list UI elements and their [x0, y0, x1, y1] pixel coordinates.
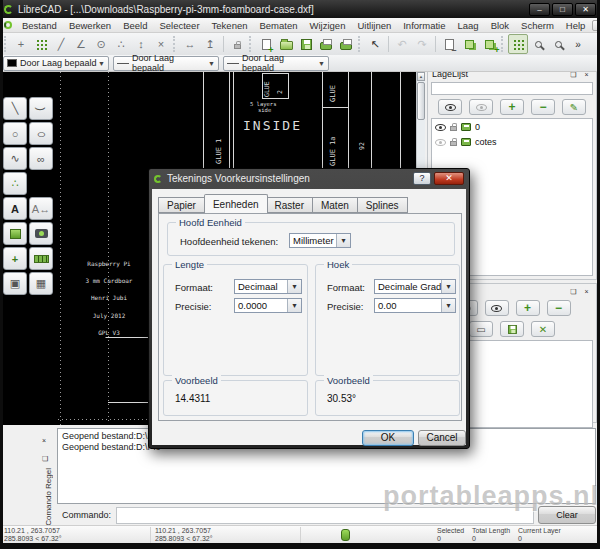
layer-lock-icon[interactable]	[450, 141, 457, 146]
minimize-button[interactable]: –	[529, 3, 550, 16]
move-tool-icon[interactable]: +	[3, 247, 27, 270]
menu-blok[interactable]: Blok	[485, 20, 515, 31]
snap-intersection-icon[interactable]: ×	[151, 34, 171, 54]
points-tool-icon[interactable]: ∴	[3, 172, 27, 195]
line-tool-icon[interactable]: ╲	[3, 97, 27, 120]
close-document-icon[interactable]	[439, 34, 459, 54]
hatch-tool-icon[interactable]	[3, 222, 27, 245]
snap-middle-icon[interactable]: ∴	[111, 34, 131, 54]
scroll-up-icon[interactable]: ▲	[417, 72, 425, 81]
layer-print-icon[interactable]	[461, 138, 471, 146]
menu-help[interactable]: Help	[560, 20, 592, 31]
snap-grid-icon[interactable]	[31, 34, 51, 54]
show-all-layers-icon[interactable]	[438, 99, 462, 115]
rename-block-icon[interactable]: ▭	[469, 321, 493, 337]
menu-scherm[interactable]: Scherm	[515, 20, 560, 31]
menu-uitlijnen[interactable]: Uitlijnen	[351, 20, 397, 31]
toggle-block-visibility-icon[interactable]	[485, 300, 509, 316]
close-dock-icon[interactable]: ×	[42, 437, 46, 444]
redo-icon[interactable]: ↷	[412, 34, 432, 54]
snap-center-icon[interactable]: ⊙	[91, 34, 111, 54]
float-dock-icon[interactable]: ❏	[42, 455, 48, 462]
layer-row[interactable]: 0	[432, 119, 592, 134]
layer-print-icon[interactable]	[461, 123, 471, 131]
float-panel-icon[interactable]: ❏	[568, 286, 579, 296]
new-file-icon[interactable]	[256, 34, 276, 54]
image-tool-icon[interactable]	[29, 222, 53, 245]
circle-tool-icon[interactable]: ○	[3, 122, 27, 145]
undo-icon[interactable]: ↶	[392, 34, 412, 54]
menu-wijzigen[interactable]: Wijzigen	[304, 20, 352, 31]
save-file-icon[interactable]	[296, 34, 316, 54]
zoom-icon[interactable]	[528, 34, 548, 54]
restrict-vertical-icon[interactable]: ↥	[200, 34, 220, 54]
snap-free-icon[interactable]: +	[11, 34, 31, 54]
menu-bewerken[interactable]: Bewerken	[63, 20, 117, 31]
snap-on-entity-icon[interactable]: ∠	[71, 34, 91, 54]
angle-precision-dropdown[interactable]: 0.00	[374, 298, 456, 313]
blocks-tool-icon[interactable]: ▣	[3, 272, 27, 295]
menu-bestand[interactable]: Bestand	[16, 20, 63, 31]
add-layer-icon[interactable]: +	[500, 99, 524, 115]
delete-block-icon[interactable]: ✕	[531, 321, 555, 337]
new-window-icon[interactable]	[479, 34, 499, 54]
angle-format-dropdown[interactable]: Decimale Graden	[374, 279, 456, 294]
scrollbar-thumb[interactable]	[417, 82, 425, 120]
measure-tool-icon[interactable]	[29, 247, 53, 270]
close-panel-icon[interactable]: ×	[581, 286, 592, 296]
tab-eenheden[interactable]: Eenheden	[204, 194, 268, 213]
text-tool-icon[interactable]: A	[3, 197, 27, 220]
snap-endpoint-icon[interactable]: ╱	[51, 34, 71, 54]
close-button[interactable]: ✕	[575, 3, 596, 16]
layer-lock-icon[interactable]	[450, 126, 457, 131]
print-icon[interactable]	[316, 34, 336, 54]
ellipse-arc-tool-icon[interactable]: ∞	[29, 147, 53, 170]
restrict-horizontal-icon[interactable]: ↔	[180, 34, 200, 54]
ok-button[interactable]: OK	[362, 430, 414, 446]
tab-splines[interactable]: Splines	[358, 197, 408, 213]
layer-visible-icon[interactable]	[435, 139, 446, 146]
dialog-titlebar[interactable]: Tekenings Voorkeursinstellingen ? ✕	[149, 169, 469, 188]
dialog-close-button[interactable]: ✕	[434, 172, 464, 185]
main-unit-dropdown[interactable]: Millimeter	[289, 233, 351, 248]
menu-laag[interactable]: Laag	[451, 20, 484, 31]
save-block-icon[interactable]	[500, 321, 524, 337]
add-block-icon[interactable]: +	[516, 300, 540, 316]
tab-papier[interactable]: Papier	[158, 197, 205, 213]
color-dropdown[interactable]: Door Laag bepaald ▼	[3, 56, 109, 71]
menu-beeld[interactable]: Beeld	[117, 20, 153, 31]
mdi-minimize-button[interactable]: –	[592, 20, 600, 31]
linewidth-dropdown[interactable]: Door Laag bepaald ▼	[113, 56, 219, 71]
menu-bematen[interactable]: Bematen	[254, 20, 304, 31]
snap-distance-icon[interactable]: ↕	[131, 34, 151, 54]
tab-maten[interactable]: Maten	[313, 197, 358, 213]
dialog-help-button[interactable]: ?	[413, 172, 431, 185]
layer-filter-input[interactable]	[431, 82, 593, 95]
hide-all-layers-icon[interactable]	[469, 99, 493, 115]
ellipse-tool-icon[interactable]: ○	[29, 122, 53, 145]
lock-relative-zero-icon[interactable]	[227, 34, 247, 54]
tab-raster[interactable]: Raster	[267, 197, 313, 213]
print-preview-icon[interactable]	[336, 34, 356, 54]
select-arrow-icon[interactable]: ↖	[365, 34, 385, 54]
cancel-button[interactable]: Cancel	[418, 430, 466, 446]
layer-visible-icon[interactable]	[435, 124, 446, 131]
menu-selecteer[interactable]: Selecteer	[153, 20, 205, 31]
duplicate-window-icon[interactable]	[459, 34, 479, 54]
remove-block-icon[interactable]: −	[547, 300, 571, 316]
layer-row[interactable]: cotes	[432, 134, 592, 149]
arc-tool-icon[interactable]: )	[29, 97, 53, 120]
toolbar-overflow-button[interactable]: »	[568, 34, 588, 54]
dimension-tool-icon[interactable]: A↔	[29, 197, 53, 220]
length-format-dropdown[interactable]: Decimaal	[234, 279, 302, 294]
grid-toggle-icon[interactable]	[508, 34, 528, 54]
block-edit-tool-icon[interactable]: ▦	[29, 272, 53, 295]
remove-layer-icon[interactable]: −	[531, 99, 555, 115]
length-precision-dropdown[interactable]: 0.0000	[234, 298, 302, 313]
open-file-icon[interactable]	[276, 34, 296, 54]
spline-tool-icon[interactable]: ∿	[3, 147, 27, 170]
maximize-button[interactable]: □	[552, 3, 573, 16]
menu-tekenen[interactable]: Tekenen	[206, 20, 254, 31]
linetype-dropdown[interactable]: Door Laag bepaald ▼	[223, 56, 329, 71]
menu-informatie[interactable]: Informatie	[397, 20, 451, 31]
